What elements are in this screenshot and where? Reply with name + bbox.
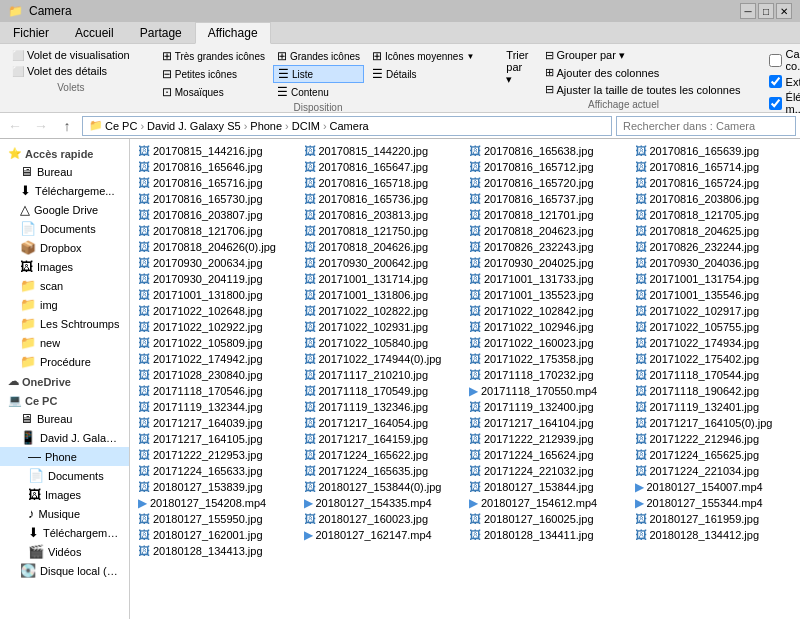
file-item[interactable]: 🖼20170818_121750.jpg	[300, 223, 466, 239]
file-item[interactable]: 🖼20170816_165638.jpg	[465, 143, 631, 159]
sidebar-quick-access-header[interactable]: ⭐ Accès rapide	[0, 143, 129, 162]
file-item[interactable]: 🖼20170815_144220.jpg	[300, 143, 466, 159]
file-item[interactable]: 🖼20171222_212953.jpg	[134, 447, 300, 463]
file-item[interactable]: 🖼20171224_165625.jpg	[631, 447, 797, 463]
sidebar-item-schtroumpfs[interactable]: 📁 Les Schtroumps	[0, 314, 129, 333]
file-item[interactable]: 🖼20171118_170549.jpg	[300, 383, 466, 399]
search-input[interactable]	[616, 116, 796, 136]
sidebar-item-musique[interactable]: ♪ Musique	[0, 504, 129, 523]
file-item[interactable]: 🖼20171001_131754.jpg	[631, 271, 797, 287]
file-item[interactable]: 🖼20171118_170546.jpg	[134, 383, 300, 399]
liste-button[interactable]: ☰ Liste	[273, 65, 364, 83]
sidebar-item-new[interactable]: 📁 new	[0, 333, 129, 352]
file-item[interactable]: 🖼20171022_174934.jpg	[631, 335, 797, 351]
grouper-par-button[interactable]: ⊟ Grouper par ▾	[541, 48, 745, 63]
sidebar-item-videos[interactable]: 🎬 Vidéos	[0, 542, 129, 561]
ajouter-colonnes-button[interactable]: ⊞ Ajouter des colonnes	[541, 65, 745, 80]
file-item[interactable]: 🖼20171217_164105(0).jpg	[631, 415, 797, 431]
tab-partage[interactable]: Partage	[127, 22, 195, 43]
file-item[interactable]: 🖼20180127_153839.jpg	[134, 479, 300, 495]
sidebar-item-procedure[interactable]: 📁 Procédure	[0, 352, 129, 371]
details-button[interactable]: ☰ Détails	[368, 65, 478, 83]
file-item[interactable]: 🖼20171001_131800.jpg	[134, 287, 300, 303]
file-item[interactable]: 🖼20170818_121701.jpg	[465, 207, 631, 223]
up-button[interactable]: ↑	[56, 115, 78, 137]
sidebar-item-bureau-quick[interactable]: 🖥 Bureau	[0, 162, 129, 181]
file-item[interactable]: ▶20180127_154208.mp4	[134, 495, 300, 511]
petites-icones-button[interactable]: ⊟ Petites icônes	[158, 65, 269, 83]
tres-grandes-icones-button[interactable]: ⊞ Très grandes icônes	[158, 48, 269, 64]
extensions-checkbox[interactable]	[769, 75, 782, 88]
file-item[interactable]: 🖼20171022_102922.jpg	[134, 319, 300, 335]
file-item[interactable]: 🖼20170930_200642.jpg	[300, 255, 466, 271]
tab-fichier[interactable]: Fichier	[0, 22, 62, 43]
file-item[interactable]: 🖼20171022_102648.jpg	[134, 303, 300, 319]
file-item[interactable]: 🖼20180127_160023.jpg	[300, 511, 466, 527]
file-item[interactable]: 🖼20170816_165718.jpg	[300, 175, 466, 191]
file-item[interactable]: 🖼20171222_212946.jpg	[631, 431, 797, 447]
file-item[interactable]: 🖼20171118_170232.jpg	[465, 367, 631, 383]
cases-a-cocher-checkbox[interactable]	[769, 54, 782, 67]
file-item[interactable]: 🖼20180128_134412.jpg	[631, 527, 797, 543]
file-item[interactable]: 🖼20171022_102931.jpg	[300, 319, 466, 335]
file-item[interactable]: 🖼20171022_102917.jpg	[631, 303, 797, 319]
file-item[interactable]: 🖼20180127_155950.jpg	[134, 511, 300, 527]
file-item[interactable]: 🖼20171001_131806.jpg	[300, 287, 466, 303]
elements-checkbox[interactable]	[769, 97, 782, 110]
file-item[interactable]: 🖼20170816_165639.jpg	[631, 143, 797, 159]
file-item[interactable]: 🖼20171028_230840.jpg	[134, 367, 300, 383]
file-item[interactable]: 🖼20171022_105840.jpg	[300, 335, 466, 351]
file-item[interactable]: 🖼20180127_162001.jpg	[134, 527, 300, 543]
file-item[interactable]: 🖼20170816_203813.jpg	[300, 207, 466, 223]
file-item[interactable]: 🖼20170816_165714.jpg	[631, 159, 797, 175]
file-item[interactable]: 🖼20170818_121705.jpg	[631, 207, 797, 223]
file-item[interactable]: 🖼20171001_131733.jpg	[465, 271, 631, 287]
file-item[interactable]: 🖼20171222_212939.jpg	[465, 431, 631, 447]
file-item[interactable]: 🖼20180127_153844(0).jpg	[300, 479, 466, 495]
sidebar-item-scan[interactable]: 📁 scan	[0, 276, 129, 295]
file-item[interactable]: 🖼20171001_135523.jpg	[465, 287, 631, 303]
forward-button[interactable]: →	[30, 115, 52, 137]
path-phone[interactable]: Phone	[250, 120, 282, 132]
sidebar-item-dropbox[interactable]: 📦 Dropbox	[0, 238, 129, 257]
file-item[interactable]: 🖼20170815_144216.jpg	[134, 143, 300, 159]
file-item[interactable]: 🖼20180127_153844.jpg	[465, 479, 631, 495]
file-item[interactable]: 🖼20171217_164104.jpg	[465, 415, 631, 431]
file-item[interactable]: 🖼20170816_165716.jpg	[134, 175, 300, 191]
sidebar-item-telechargements-quick[interactable]: ⬇ Téléchargeme...	[0, 181, 129, 200]
path-camera[interactable]: Camera	[330, 120, 369, 132]
grandes-icones-button[interactable]: ⊞ Grandes icônes	[273, 48, 364, 64]
file-item[interactable]: 🖼20170930_204025.jpg	[465, 255, 631, 271]
file-item[interactable]: 🖼20170816_165737.jpg	[465, 191, 631, 207]
file-item[interactable]: 🖼20171001_131714.jpg	[300, 271, 466, 287]
file-item[interactable]: ▶20180127_154612.mp4	[465, 495, 631, 511]
file-item[interactable]: 🖼20170818_204623.jpg	[465, 223, 631, 239]
volet-details-button[interactable]: ⬜ Volet des détails	[8, 64, 134, 78]
sidebar-item-images-quick[interactable]: 🖼 Images	[0, 257, 129, 276]
file-item[interactable]: 🖼20171119_132400.jpg	[465, 399, 631, 415]
file-item[interactable]: 🖼20171022_102946.jpg	[465, 319, 631, 335]
file-item[interactable]: 🖼20170816_165730.jpg	[134, 191, 300, 207]
file-item[interactable]: ▶20180127_154007.mp4	[631, 479, 797, 495]
file-item[interactable]: 🖼20170816_165720.jpg	[465, 175, 631, 191]
file-item[interactable]: 🖼20171117_210210.jpg	[300, 367, 466, 383]
file-item[interactable]: 🖼20171217_164054.jpg	[300, 415, 466, 431]
sidebar-item-googledrive[interactable]: △ Google Drive	[0, 200, 129, 219]
file-item[interactable]: 🖼20171224_165622.jpg	[300, 447, 466, 463]
sidebar-item-documents-pc[interactable]: 📄 Documents	[0, 466, 129, 485]
address-path[interactable]: 📁 Ce PC › David J. Galaxy S5 › Phone › D…	[82, 116, 612, 136]
file-item[interactable]: ▶20180127_154335.mp4	[300, 495, 466, 511]
file-item[interactable]: 🖼20171217_164159.jpg	[300, 431, 466, 447]
tab-accueil[interactable]: Accueil	[62, 22, 127, 43]
file-item[interactable]: 🖼20171224_165624.jpg	[465, 447, 631, 463]
file-item[interactable]: 🖼20171217_164105.jpg	[134, 431, 300, 447]
file-item[interactable]: 🖼20180127_160025.jpg	[465, 511, 631, 527]
file-item[interactable]: 🖼20171022_102842.jpg	[465, 303, 631, 319]
file-item[interactable]: 🖼20171001_135546.jpg	[631, 287, 797, 303]
file-item[interactable]: 🖼20170826_232243.jpg	[465, 239, 631, 255]
file-item[interactable]: 🖼20180127_161959.jpg	[631, 511, 797, 527]
sidebar-item-bureau-pc[interactable]: 🖥 Bureau	[0, 409, 129, 428]
file-item[interactable]: 🖼20170818_204626(0).jpg	[134, 239, 300, 255]
sidebar-item-documents-quick[interactable]: 📄 Documents	[0, 219, 129, 238]
file-item[interactable]: 🖼20171217_164039.jpg	[134, 415, 300, 431]
